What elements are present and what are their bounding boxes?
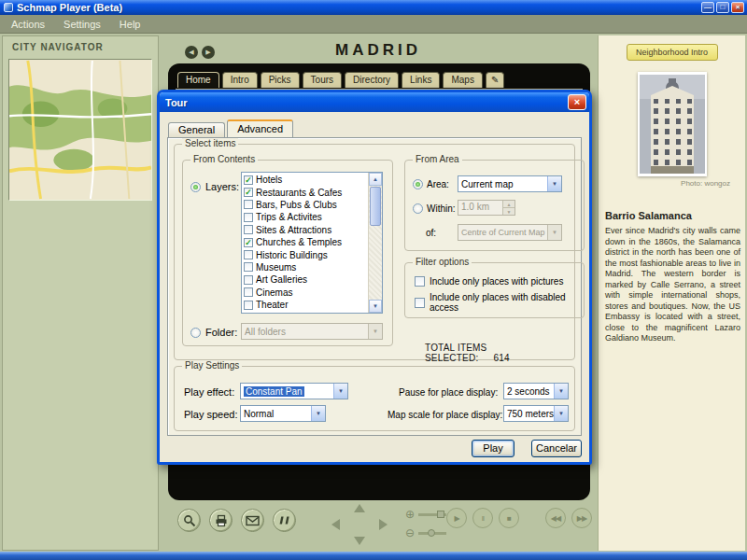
layer-item[interactable]: Cinemas (242, 287, 368, 299)
app-icon (4, 3, 13, 12)
scrollbar-track[interactable] (369, 186, 382, 300)
filter-option[interactable]: Include only places with disabled access (415, 292, 584, 313)
city-navigator-map[interactable] (8, 59, 152, 201)
within-radio[interactable] (413, 203, 423, 214)
zoom-in-icon[interactable]: ⊕ (405, 509, 415, 520)
layer-item[interactable]: Theater (242, 299, 368, 311)
layers-label: Layers: (205, 181, 239, 192)
layer-item[interactable]: ✓Hotels (242, 174, 368, 186)
comments-button[interactable] (273, 509, 296, 532)
layer-item[interactable]: ✓Churches & Temples (242, 236, 368, 248)
pan-down-arrow-icon[interactable] (354, 537, 365, 545)
close-button[interactable]: × (731, 2, 744, 13)
layers-radio[interactable] (190, 182, 201, 192)
layer-checkbox[interactable] (244, 250, 253, 259)
layer-checkbox[interactable]: ✓ (244, 238, 253, 247)
dropdown-arrow-icon[interactable]: ▼ (547, 225, 561, 240)
tab-intro[interactable]: Intro (222, 72, 258, 88)
folder-combobox[interactable]: All folders ▼ (241, 323, 383, 340)
tab-picks[interactable]: Picks (261, 72, 300, 88)
layer-checkbox[interactable] (244, 225, 253, 234)
zoom-slider-thumb[interactable] (437, 511, 444, 518)
rewind-button[interactable]: ◀◀ (545, 508, 566, 528)
neighborhood-intro-button[interactable]: Neighborhood Intro (627, 44, 718, 61)
forward-skip-button[interactable]: ▶▶ (571, 508, 592, 528)
menu-item-help[interactable]: Help (120, 19, 141, 30)
tab-links[interactable]: Links (402, 72, 440, 88)
zoom-out-icon[interactable]: ⊖ (405, 527, 415, 539)
dropdown-arrow-icon[interactable]: ▼ (311, 406, 325, 421)
dropdown-arrow-icon[interactable]: ▼ (554, 406, 568, 421)
filter-option[interactable]: Include only places with pictures (415, 276, 584, 287)
layers-listbox[interactable]: ✓Hotels✓Restaurants & CafesBars, Pubs & … (241, 172, 383, 314)
layer-checkbox[interactable] (244, 287, 253, 297)
zoom-slider-track[interactable] (418, 513, 446, 516)
dialog-close-button[interactable]: × (568, 94, 586, 110)
dialog-tab-general[interactable]: General (168, 122, 225, 137)
city-title: MADRID (161, 41, 596, 60)
layer-item[interactable]: Bars, Pubs & Clubs (242, 199, 368, 211)
minimize-button[interactable]: — (701, 2, 714, 13)
spin-down-icon[interactable]: ▼ (503, 208, 514, 215)
layer-checkbox[interactable]: ✓ (244, 188, 253, 197)
play-speed-combobox[interactable]: Normal ▼ (240, 405, 326, 422)
layer-checkbox[interactable]: ✓ (244, 175, 253, 185)
pause-display-combobox[interactable]: 2 seconds ▼ (503, 383, 569, 399)
layer-checkbox[interactable] (244, 301, 253, 310)
window-title: Schmap Player (Beta) (17, 2, 122, 13)
within-distance-spinner[interactable]: 1.0 km ▲ ▼ (458, 200, 515, 216)
layer-checkbox[interactable] (244, 275, 253, 285)
email-button[interactable] (241, 509, 264, 532)
play-button[interactable]: ▶ (446, 508, 467, 528)
dialog-tab-advanced[interactable]: Advanced (227, 119, 293, 137)
tab-edit[interactable]: ✎ (486, 72, 504, 88)
tab-maps[interactable]: Maps (443, 72, 482, 88)
layer-item[interactable]: Historic Buildings (242, 248, 368, 260)
cancel-button[interactable]: Cancelar (531, 440, 582, 457)
pan-left-arrow-icon[interactable] (331, 519, 340, 530)
layer-checkbox[interactable] (244, 213, 253, 222)
layer-checkbox[interactable] (244, 200, 253, 209)
filter-checkbox[interactable] (415, 298, 425, 308)
layer-label: Art Galleries (256, 274, 307, 285)
select-items-legend: Select items (182, 138, 238, 148)
play-effect-combobox[interactable]: Constant Pan ▼ (240, 383, 348, 399)
scroll-down-button[interactable]: ▼ (369, 300, 382, 313)
speed-slider-track[interactable] (418, 532, 446, 535)
scroll-up-button[interactable]: ▲ (369, 173, 382, 186)
pan-up-arrow-icon[interactable] (354, 504, 365, 512)
dropdown-arrow-icon[interactable]: ▼ (554, 384, 568, 399)
of-combobox[interactable]: Centre of Current Map ▼ (458, 224, 562, 241)
dropdown-arrow-icon[interactable]: ▼ (333, 384, 347, 399)
filter-checkbox[interactable] (415, 276, 425, 287)
area-combobox[interactable]: Current map ▼ (458, 175, 562, 192)
print-button[interactable] (209, 509, 233, 532)
pause-button[interactable]: ‖ (472, 508, 493, 528)
menu-item-actions[interactable]: Actions (11, 19, 45, 30)
layer-item[interactable]: Sites & Attractions (242, 224, 368, 236)
layer-item[interactable]: Trips & Activites (242, 211, 368, 223)
map-scale-combobox[interactable]: 750 meters ▼ (503, 405, 569, 422)
scrollbar-thumb[interactable] (370, 187, 381, 226)
layer-item[interactable]: Museums (242, 261, 368, 273)
photo-credit: Photo: wongoz (599, 179, 730, 188)
zoom-tool-button[interactable] (177, 509, 201, 532)
maximize-button[interactable]: □ (716, 2, 729, 13)
tab-tours[interactable]: Tours (303, 72, 342, 88)
stop-button[interactable]: ■ (499, 508, 519, 528)
dropdown-arrow-icon[interactable]: ▼ (368, 324, 382, 339)
layer-item[interactable]: Art Galleries (242, 273, 368, 286)
speed-slider-thumb[interactable] (428, 529, 435, 537)
folder-radio[interactable] (190, 328, 201, 338)
tab-home[interactable]: Home (177, 72, 219, 88)
play-button[interactable]: Play (472, 440, 514, 457)
from-contents-group: From Contents Layers: ✓Hotels✓Restaurant… (182, 160, 393, 346)
menu-item-settings[interactable]: Settings (63, 19, 101, 30)
dropdown-arrow-icon[interactable]: ▼ (547, 176, 561, 191)
layer-item[interactable]: ✓Restaurants & Cafes (242, 186, 368, 198)
pan-right-arrow-icon[interactable] (379, 519, 388, 530)
spin-up-icon[interactable]: ▲ (503, 201, 514, 208)
tab-directory[interactable]: Directory (345, 72, 399, 88)
area-radio[interactable] (413, 179, 423, 189)
layer-checkbox[interactable] (244, 262, 253, 272)
